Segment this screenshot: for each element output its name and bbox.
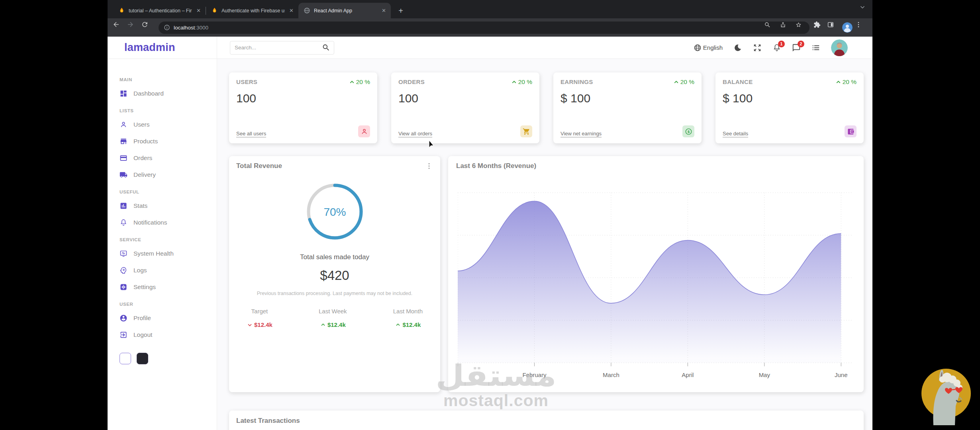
messages-button[interactable]: 2 — [792, 43, 801, 52]
extensions-puzzle-icon[interactable] — [813, 21, 826, 34]
sidebar-item-logout[interactable]: Logout — [120, 326, 217, 343]
widget-orders: ORDERS20 %100View all orders — [391, 72, 539, 143]
x-tick-label: June — [835, 371, 848, 378]
app-header: lamadmin English 1 — [108, 37, 872, 59]
widget-link[interactable]: See details — [723, 131, 748, 137]
info-icon[interactable] — [164, 24, 170, 31]
trend-up-icon — [349, 79, 355, 86]
app-logo[interactable]: lamadmin — [124, 41, 175, 54]
svg-text:70%: 70% — [323, 206, 346, 218]
psychology-icon — [120, 266, 127, 274]
back-icon — [112, 21, 126, 34]
header-actions: English 1 2 — [694, 37, 872, 59]
sidebar-item-delivery[interactable]: Delivery — [120, 166, 217, 183]
sidebar-item-label: System Health — [133, 250, 174, 257]
list-icon — [811, 43, 820, 52]
back-button[interactable] — [112, 21, 126, 34]
dark-mode-toggle[interactable] — [733, 43, 742, 52]
forward-button[interactable] — [127, 21, 140, 34]
globe-favicon-icon — [304, 7, 310, 14]
sidebar-item-logs[interactable]: Logs — [120, 262, 217, 279]
sidebar-section-title: USER — [120, 302, 217, 307]
tab-close-icon[interactable]: ✕ — [381, 8, 387, 14]
sidebar-section-title: USEFUL — [120, 190, 217, 194]
browser-profile-avatar[interactable] — [842, 22, 853, 33]
notifications-badge: 1 — [778, 41, 785, 47]
reload-button[interactable] — [141, 21, 155, 34]
revenue-chart-card: Last 6 Months (Revenue) FebruaryMarchApr… — [448, 156, 864, 392]
sales-note: Previous transactions processing. Last p… — [248, 290, 421, 297]
side-panel-icon[interactable] — [827, 21, 840, 34]
admin-app: lamadmin English 1 — [108, 37, 872, 430]
sidebar-item-dashboard[interactable]: Dashboard — [120, 85, 217, 102]
sidebar-item-users[interactable]: Users — [120, 116, 217, 133]
browser-tab-3[interactable]: React Admin App✕ — [298, 3, 391, 18]
notifications-button[interactable]: 1 — [772, 43, 781, 52]
share-icon[interactable] — [780, 22, 792, 33]
sidebar-item-profile[interactable]: Profile — [120, 310, 217, 326]
sidebar-item-products[interactable]: Products — [120, 133, 217, 150]
bookmark-star-icon[interactable] — [795, 22, 807, 33]
sidebar-item-label: Logout — [133, 331, 152, 338]
browser-tab-2[interactable]: Authenticate with Firebase us✕ — [206, 3, 298, 18]
trend-up-icon — [395, 322, 401, 328]
widget-link[interactable]: View net earnings — [561, 131, 602, 137]
widget-link[interactable]: View all orders — [398, 131, 432, 137]
new-tab-button[interactable]: + — [395, 5, 407, 17]
truck-icon — [120, 171, 127, 179]
total-revenue-title: Total Revenue — [236, 162, 282, 170]
trend-down-icon — [247, 322, 253, 328]
person-icon — [358, 125, 370, 137]
widget-title: ORDERS — [398, 78, 425, 85]
user-avatar[interactable] — [831, 39, 848, 56]
list-menu-button[interactable] — [811, 43, 820, 52]
reload-icon — [141, 21, 155, 34]
theme-switcher — [120, 353, 217, 364]
widgets-row: USERS20 %100See all usersORDERS20 %100Vi… — [229, 72, 864, 143]
stat-label: Last Month — [393, 308, 423, 315]
chevron-down-icon[interactable] — [859, 4, 866, 11]
x-tick-label: February — [522, 371, 546, 378]
browser-menu-kebab-icon[interactable] — [855, 21, 868, 34]
total-revenue-card: Total Revenue 70% Total sales made today… — [229, 156, 440, 392]
search-icon[interactable] — [322, 43, 330, 52]
firebase-icon — [211, 7, 218, 14]
search-box — [230, 41, 334, 55]
logo-box: lamadmin — [108, 37, 217, 59]
sidebar-item-label: Products — [133, 138, 158, 145]
browser-tab-1[interactable]: tutorial – Authentication – Fir✕ — [113, 3, 206, 18]
widget-trend: 20 % — [511, 78, 532, 86]
sidebar-item-notifications[interactable]: Notifications — [120, 214, 217, 231]
moon-icon — [733, 43, 742, 52]
widget-value: $ 100 — [561, 92, 694, 105]
tab-close-icon[interactable]: ✕ — [196, 8, 202, 14]
sidebar-item-orders[interactable]: Orders — [120, 150, 217, 166]
mouse-cursor — [427, 139, 436, 149]
sidebar-item-label: Notifications — [133, 219, 167, 226]
cart-icon — [520, 125, 532, 137]
browser-tab-strip: tutorial – Authentication – Fir✕Authenti… — [108, 0, 872, 18]
revenue-stat-target: Target$12.4k — [247, 308, 272, 328]
search-input[interactable] — [235, 45, 322, 51]
sidebar-item-settings[interactable]: Settings — [120, 279, 217, 295]
address-bar[interactable]: localhost:3000 — [159, 22, 809, 34]
theme-option-dark[interactable] — [137, 353, 148, 364]
chart-x-axis-labels: FebruaryMarchAprilMayJune — [458, 371, 853, 379]
widget-link[interactable]: See all users — [236, 131, 266, 137]
llama-sticker — [918, 366, 974, 425]
settings-icon — [120, 283, 127, 291]
sidebar-section-title: SERVICE — [120, 237, 217, 242]
tab-close-icon[interactable]: ✕ — [288, 8, 294, 14]
zoom-icon[interactable] — [764, 22, 776, 33]
sidebar-item-stats[interactable]: Stats — [120, 197, 217, 214]
theme-option-light[interactable] — [120, 353, 131, 364]
trend-up-icon — [835, 79, 842, 86]
area-chart — [458, 191, 853, 367]
fullscreen-button[interactable] — [753, 43, 762, 52]
chart-title: Last 6 Months (Revenue) — [456, 162, 856, 170]
more-options-kebab-icon[interactable] — [425, 162, 433, 170]
app-body: MAINDashboardLISTSUsersProductsOrdersDel… — [108, 59, 872, 430]
sidebar-item-system-health[interactable]: System Health — [120, 245, 217, 262]
widget-value: 100 — [236, 92, 370, 105]
language-selector[interactable]: English — [694, 44, 723, 52]
